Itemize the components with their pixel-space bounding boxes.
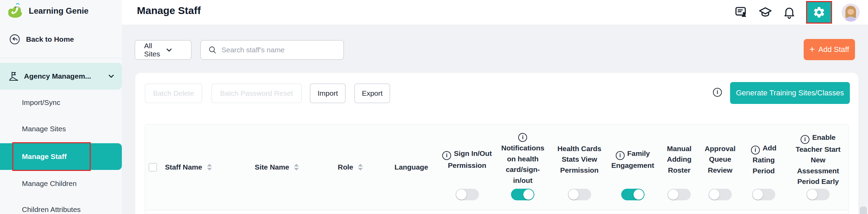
- sidebar-item-manage-children[interactable]: Manage Children: [22, 176, 77, 191]
- sidebar-section-label: Agency Managem...: [24, 72, 91, 80]
- search-input[interactable]: [221, 46, 339, 54]
- settings-gear-button[interactable]: [806, 1, 832, 24]
- table-row: [145, 210, 848, 214]
- graduation-cap-icon[interactable]: [758, 5, 773, 19]
- info-icon[interactable]: i: [801, 135, 809, 144]
- staff-table-card: Batch Delete Batch Password Reset Import…: [135, 73, 858, 214]
- sidebar-item-manage-staff-label: Manage Staff: [22, 152, 67, 161]
- back-to-home-label: Back to Home: [26, 35, 74, 43]
- page-title: Manage Staff: [137, 5, 201, 16]
- import-button[interactable]: Import: [310, 83, 346, 103]
- sort-icon[interactable]: [207, 164, 212, 171]
- sort-icon[interactable]: [294, 164, 299, 171]
- toggle-enable-teacher-early[interactable]: [806, 189, 830, 200]
- column-label: Staff Name: [165, 162, 202, 173]
- toggle-add-rating-period[interactable]: [752, 189, 775, 200]
- header-cell-manual-adding-roster: Manual Adding Roster: [658, 124, 701, 210]
- header-cell-select-all: [145, 124, 162, 210]
- back-icon: [9, 34, 21, 45]
- gear-icon: [813, 6, 826, 19]
- top-icons: [734, 0, 860, 25]
- info-icon[interactable]: i: [518, 133, 527, 142]
- chevron-down-icon: [107, 72, 116, 81]
- agency-flag-icon: [8, 71, 19, 82]
- column-label: Approval Queue Review: [702, 143, 738, 176]
- table-header-row: Staff Name Site Name Role: [145, 124, 848, 210]
- brand-name: Learning Genie: [29, 6, 89, 16]
- feedback-board-icon[interactable]: [734, 5, 749, 19]
- toggle-family-engagement[interactable]: [621, 189, 644, 200]
- header-cell-role: Role: [318, 124, 383, 210]
- add-staff-button[interactable]: + Add Staff: [804, 39, 855, 60]
- site-filter-value: All Sites: [144, 42, 165, 58]
- header-cell-sign-in-out-permission: iSign In/Out Permission: [440, 124, 494, 210]
- header-cell-family-engagement: iFamily Engagement: [608, 124, 658, 210]
- sidebar-item-import-sync[interactable]: Import/Sync: [22, 95, 60, 110]
- sort-icon[interactable]: [358, 164, 363, 171]
- header-cell-health-cards-stats: Health Cards Stats View Permission: [551, 124, 608, 210]
- column-label: Site Name: [255, 162, 289, 173]
- manage-staff-page: Learning Genie Back to Home Ag: [0, 0, 868, 214]
- header-cell-enable-teacher-early: iEnable Teacher Start New Assessment Per…: [788, 124, 848, 210]
- select-all-checkbox[interactable]: [149, 163, 157, 172]
- header-cell-language: Language: [383, 124, 440, 210]
- sidebar-item-manage-staff[interactable]: Manage Staff: [0, 143, 122, 170]
- toggle-manual-adding-roster[interactable]: [667, 189, 691, 200]
- sidebar: Learning Genie Back to Home Ag: [0, 0, 122, 214]
- toggle-health-cards-stats[interactable]: [568, 189, 591, 200]
- info-icon[interactable]: i: [442, 151, 451, 160]
- info-icon[interactable]: i: [616, 151, 625, 160]
- header-cell-site-name: Site Name: [236, 124, 318, 210]
- toggle-notifications[interactable]: [511, 189, 534, 200]
- column-label: Health Cards Stats View Permission: [553, 143, 605, 176]
- generate-training-sites-button[interactable]: Generate Training Sites/Classes: [730, 82, 850, 104]
- back-to-home[interactable]: Back to Home: [9, 34, 74, 45]
- column-label: Language: [395, 162, 428, 173]
- toggle-approval-queue-review[interactable]: [709, 189, 732, 200]
- vertical-scrollbar-thumb[interactable]: [860, 206, 867, 214]
- export-button[interactable]: Export: [354, 83, 390, 103]
- sidebar-item-manage-sites[interactable]: Manage Sites: [22, 121, 66, 136]
- batch-delete-button[interactable]: Batch Delete: [145, 83, 202, 103]
- bell-icon[interactable]: [782, 5, 796, 19]
- brand: Learning Genie: [6, 2, 89, 20]
- search-icon: [208, 45, 217, 55]
- chevron-down-icon: [165, 46, 186, 54]
- site-filter-dropdown[interactable]: All Sites: [135, 40, 192, 60]
- learning-genie-logo-icon: [6, 2, 24, 20]
- batch-password-reset-button[interactable]: Batch Password Reset: [211, 83, 302, 103]
- column-label: Manual Adding Roster: [660, 143, 699, 176]
- column-label: Role: [338, 162, 353, 173]
- column-label: Notifications on health card/sign-in/out: [501, 144, 544, 184]
- header-cell-add-rating-period: iAdd Rating Period: [740, 124, 788, 210]
- sidebar-item-children-attributes[interactable]: Children Attributes: [22, 202, 81, 214]
- add-staff-label: Add Staff: [818, 45, 849, 54]
- header-cell-staff-name: Staff Name: [162, 124, 236, 210]
- toggle-sign-in-out-permission[interactable]: [456, 189, 479, 200]
- info-icon[interactable]: i: [751, 146, 760, 155]
- info-icon[interactable]: i: [713, 88, 722, 97]
- avatar[interactable]: [842, 3, 860, 22]
- header-cell-approval-queue-review: Approval Queue Review: [700, 124, 740, 210]
- header-cell-notifications: iNotifications on health card/sign-in/ou…: [494, 124, 551, 210]
- column-label: Sign In/Out Permission: [448, 149, 492, 169]
- plus-icon: +: [809, 45, 815, 54]
- staff-search: [200, 40, 344, 60]
- top-header: Manage Staff: [122, 0, 868, 25]
- sidebar-divider: [0, 58, 122, 58]
- sidebar-section-agency-management[interactable]: Agency Managem...: [0, 63, 122, 90]
- staff-table: Staff Name Site Name Role: [145, 124, 849, 214]
